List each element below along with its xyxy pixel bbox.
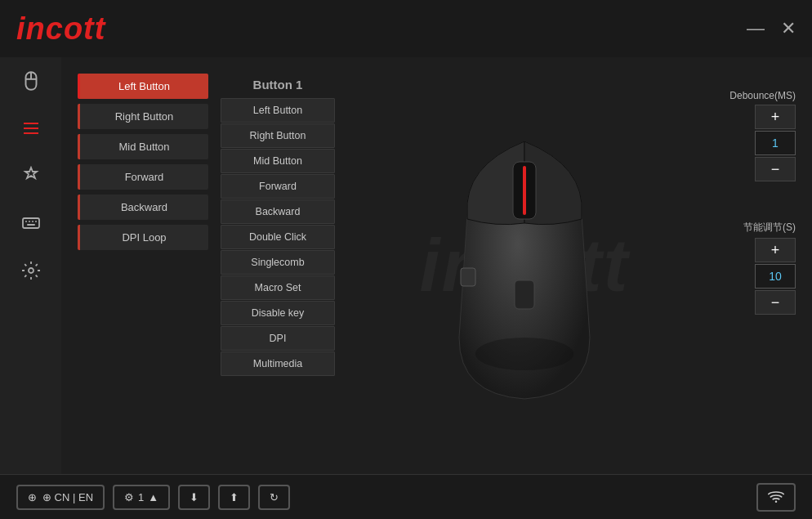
- svg-point-18: [475, 338, 573, 370]
- dropdown-item-9[interactable]: DPI: [221, 326, 335, 351]
- dropdown-title: Button 1: [221, 78, 335, 92]
- minimize-button[interactable]: —: [747, 20, 765, 38]
- debounce-plus-button[interactable]: +: [755, 105, 796, 129]
- wifi-icon: [768, 490, 784, 505]
- dropdown-item-7[interactable]: Macro Set: [221, 275, 335, 300]
- svg-rect-6: [23, 218, 39, 228]
- download-icon: ⬇: [190, 491, 199, 503]
- dropdown-item-3[interactable]: Forward: [221, 174, 335, 199]
- svg-point-19: [775, 500, 778, 503]
- svg-marker-5: [25, 168, 37, 178]
- button-list-item-2[interactable]: Mid Button: [78, 134, 208, 159]
- globe-icon: ⊕: [28, 491, 37, 503]
- bottom-bar: ⊕ ⊕ CN | EN ⚙ 1 ▲ ⬇ ⬆ ↻: [0, 474, 812, 519]
- button-list-item-0[interactable]: Left Button: [78, 74, 208, 99]
- svg-rect-17: [515, 280, 534, 309]
- sidebar-settings-icon[interactable]: [16, 160, 47, 191]
- profile-selector-button[interactable]: ⚙ 1 ▲: [113, 485, 170, 510]
- wifi-button[interactable]: [756, 483, 796, 512]
- button-list-item-5[interactable]: DPI Loop: [78, 225, 208, 250]
- debounce-value: 1: [755, 131, 796, 155]
- dropdown-item-6[interactable]: Singlecomb: [221, 250, 335, 275]
- profile-number: 1: [138, 491, 144, 503]
- power-saving-plus-button[interactable]: +: [755, 238, 796, 262]
- dropdown-item-5[interactable]: Double Click: [221, 225, 335, 249]
- power-saving-label: 节能调节(S): [714, 221, 796, 235]
- dropdown-item-10[interactable]: Multimedia: [221, 351, 335, 376]
- svg-point-12: [29, 268, 33, 273]
- sidebar-gear-icon[interactable]: [16, 255, 47, 286]
- dropdown-item-2[interactable]: Mid Button: [221, 149, 335, 173]
- power-saving-value: 10: [755, 264, 796, 289]
- dropdown-panel: Button 1 Left ButtonRight ButtonMid Butt…: [221, 78, 335, 458]
- button-list-item-1[interactable]: Right Button: [78, 104, 208, 129]
- dropdown-item-0[interactable]: Left Button: [221, 98, 335, 123]
- right-panel: Debounce(MS) + 1 − 节能调节(S) + 10 −: [714, 74, 796, 458]
- sidebar-list-icon[interactable]: [16, 113, 47, 144]
- svg-rect-16: [461, 268, 475, 286]
- dropdown-item-8[interactable]: Disable key: [221, 301, 335, 325]
- sidebar-mouse-icon[interactable]: [16, 65, 47, 96]
- main-content: Left ButtonRight ButtonMid ButtonForward…: [61, 57, 812, 474]
- close-button[interactable]: ✕: [781, 20, 796, 38]
- dropdown-item-4[interactable]: Backward: [221, 199, 335, 224]
- sliders-icon: ⚙: [124, 491, 134, 503]
- button-list-item-3[interactable]: Forward: [78, 164, 208, 190]
- svg-rect-15: [523, 166, 526, 215]
- dropdown-item-1[interactable]: Right Button: [221, 123, 335, 148]
- debounce-label: Debounce(MS): [714, 90, 796, 101]
- language-label: ⊕ CN | EN: [42, 491, 93, 503]
- profile-up-icon: ▲: [148, 491, 158, 503]
- refresh-button[interactable]: ↻: [258, 485, 290, 510]
- button-list: Left ButtonRight ButtonMid ButtonForward…: [78, 74, 208, 458]
- sidebar: [0, 57, 61, 474]
- app-logo: incott: [16, 11, 105, 47]
- language-button[interactable]: ⊕ ⊕ CN | EN: [16, 485, 105, 510]
- upload-button[interactable]: ⬆: [218, 485, 250, 510]
- refresh-icon: ↻: [270, 491, 279, 503]
- window-controls: — ✕: [747, 20, 796, 38]
- debounce-minus-button[interactable]: −: [755, 157, 796, 181]
- power-saving-minus-button[interactable]: −: [755, 290, 796, 315]
- upload-icon: ⬆: [230, 491, 239, 503]
- mouse-area: incott: [347, 74, 702, 458]
- mouse-image: [435, 117, 614, 414]
- button-list-item-4[interactable]: Backward: [78, 195, 208, 220]
- titlebar: incott — ✕: [0, 0, 812, 57]
- sidebar-keyboard-icon[interactable]: [16, 208, 47, 239]
- download-button[interactable]: ⬇: [178, 485, 210, 510]
